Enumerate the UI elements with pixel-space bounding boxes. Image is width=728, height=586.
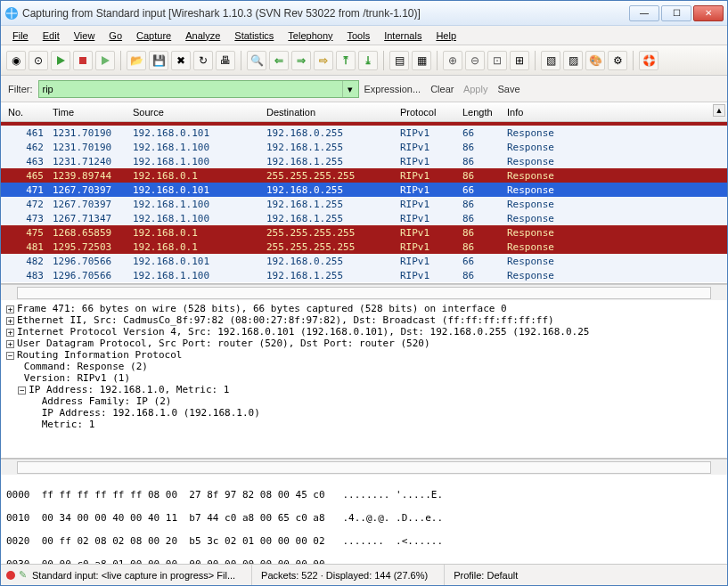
packet-row[interactable]: 4811295.72503192.168.0.1255.255.255.255R… bbox=[1, 240, 727, 254]
packet-row[interactable]: 4721267.70397192.168.1.100192.168.1.255R… bbox=[1, 197, 727, 211]
zoom-reset-button[interactable]: ⊡ bbox=[487, 51, 507, 70]
column-protocol[interactable]: Protocol bbox=[398, 107, 461, 118]
packet-bytes-pane[interactable]: 0000 ff ff ff ff ff ff 08 00 27 8f 97 82… bbox=[1, 475, 727, 567]
details-scrollbar[interactable] bbox=[1, 459, 727, 475]
menu-edit[interactable]: Edit bbox=[37, 28, 66, 44]
display-filters-button[interactable]: ▨ bbox=[563, 51, 583, 70]
menu-help[interactable]: Help bbox=[429, 28, 462, 44]
expand-icon[interactable]: + bbox=[6, 317, 14, 325]
capture-filters-button[interactable]: ▧ bbox=[541, 51, 560, 70]
column-info[interactable]: Info bbox=[505, 107, 722, 118]
menu-capture[interactable]: Capture bbox=[130, 28, 177, 44]
expand-icon[interactable]: + bbox=[6, 329, 14, 337]
hex-line[interactable]: 0020 00 ff 02 08 02 08 00 20 b5 3c 02 01… bbox=[6, 535, 722, 547]
scroll-up-icon[interactable]: ▲ bbox=[713, 104, 725, 117]
toolbar-separator bbox=[437, 51, 438, 70]
packet-list-scrollbar[interactable] bbox=[1, 284, 727, 300]
column-source[interactable]: Source bbox=[131, 107, 265, 118]
tree-metric[interactable]: Metric: 1 bbox=[6, 419, 94, 430]
status-packets: Packets: 522 · Displayed: 144 (27.6%) bbox=[261, 570, 428, 581]
go-back-button[interactable]: ⇐ bbox=[269, 51, 289, 70]
open-button[interactable]: 📂 bbox=[127, 51, 146, 70]
colorize-button[interactable]: ▤ bbox=[389, 51, 409, 70]
options-button[interactable]: ⊙ bbox=[29, 51, 48, 70]
tree-command[interactable]: Command: Response (2) bbox=[6, 361, 148, 372]
zoom-in-button[interactable]: ⊕ bbox=[443, 51, 462, 70]
go-last-button[interactable]: ⤓ bbox=[358, 51, 378, 70]
packet-row[interactable]: 4651239.89744192.168.0.1255.255.255.255R… bbox=[1, 168, 727, 183]
filter-expression-link[interactable]: Expression... bbox=[364, 84, 421, 94]
packet-row[interactable]: 4821296.70566192.168.0.101192.168.0.255R… bbox=[1, 254, 727, 268]
preferences-button[interactable]: ⚙ bbox=[608, 51, 627, 70]
expert-info-icon[interactable]: ✎ bbox=[19, 569, 27, 581]
tree-version[interactable]: Version: RIPv1 (1) bbox=[6, 372, 130, 384]
collapse-icon[interactable]: − bbox=[18, 387, 26, 395]
status-file: Standard input: <live capture in progres… bbox=[32, 570, 235, 581]
tree-ipaddr[interactable]: IP Address: 192.168.1.0, Metric: 1 bbox=[29, 384, 229, 395]
go-forward-button[interactable]: ⇒ bbox=[291, 51, 311, 70]
toolbar-separator bbox=[633, 51, 634, 70]
reload-button[interactable]: ↻ bbox=[193, 51, 213, 70]
filter-apply-link[interactable]: Apply bbox=[463, 84, 488, 94]
tree-udp[interactable]: User Datagram Protocol, Src Port: router… bbox=[17, 338, 430, 349]
tree-rip[interactable]: Routing Information Protocol bbox=[17, 349, 182, 361]
hex-line[interactable]: 0010 00 34 00 00 40 00 40 11 b7 44 c0 a8… bbox=[6, 512, 722, 524]
zoom-out-button[interactable]: ⊖ bbox=[465, 51, 485, 70]
menu-file[interactable]: File bbox=[6, 28, 35, 44]
stop-button[interactable] bbox=[73, 51, 93, 70]
packet-row[interactable]: 4611231.70190192.168.0.101192.168.0.255R… bbox=[1, 126, 727, 140]
expand-icon[interactable]: + bbox=[6, 305, 14, 313]
packet-row[interactable]: 4621231.70190192.168.1.100192.168.1.255R… bbox=[1, 140, 727, 154]
column-time[interactable]: Time bbox=[51, 107, 131, 118]
column-length[interactable]: Length bbox=[461, 107, 505, 118]
save-button[interactable]: 💾 bbox=[149, 51, 168, 70]
go-to-button[interactable]: ⇨ bbox=[314, 51, 333, 70]
tree-eth[interactable]: Ethernet II, Src: CadmusCo_8f:97:82 (08:… bbox=[17, 314, 554, 326]
status-profile[interactable]: Profile: Default bbox=[454, 570, 518, 581]
restart-button[interactable] bbox=[95, 51, 115, 70]
packet-row[interactable]: 4711267.70397192.168.0.101192.168.0.255R… bbox=[1, 183, 727, 197]
column-no[interactable]: No. bbox=[6, 107, 51, 118]
packet-row[interactable]: 4831296.70566192.168.1.100192.168.1.255R… bbox=[1, 268, 727, 282]
autoscroll-button[interactable]: ▦ bbox=[412, 51, 431, 70]
packet-list-header[interactable]: No. Time Source Destination Protocol Len… bbox=[1, 102, 727, 122]
go-first-button[interactable]: ⤒ bbox=[336, 51, 356, 70]
help-button[interactable]: 🛟 bbox=[639, 51, 658, 70]
maximize-button[interactable]: ☐ bbox=[661, 5, 691, 21]
find-button[interactable]: 🔍 bbox=[247, 51, 266, 70]
packet-row[interactable]: 4631231.71240192.168.1.100192.168.1.255R… bbox=[1, 154, 727, 168]
print-button[interactable]: 🖶 bbox=[216, 51, 235, 70]
menu-tools[interactable]: Tools bbox=[341, 28, 377, 44]
tree-af[interactable]: Address Family: IP (2) bbox=[6, 395, 171, 407]
packet-details-pane[interactable]: +Frame 471: 66 bytes on wire (528 bits),… bbox=[1, 300, 727, 459]
packet-row[interactable]: 4751268.65859192.168.0.1255.255.255.255R… bbox=[1, 225, 727, 240]
filter-dropdown-icon[interactable]: ▾ bbox=[342, 81, 358, 97]
tree-frame[interactable]: Frame 471: 66 bytes on wire (528 bits), … bbox=[17, 303, 507, 314]
column-destination[interactable]: Destination bbox=[265, 107, 398, 118]
packet-list-pane[interactable]: 4611231.70190192.168.0.101192.168.0.255R… bbox=[1, 122, 727, 284]
tree-ip2[interactable]: IP Address: 192.168.1.0 (192.168.1.0) bbox=[6, 407, 260, 419]
menu-statistics[interactable]: Statistics bbox=[228, 28, 280, 44]
filter-save-link[interactable]: Save bbox=[498, 84, 520, 94]
close-file-button[interactable]: ✖ bbox=[171, 51, 191, 70]
menu-go[interactable]: Go bbox=[102, 28, 128, 44]
close-button[interactable]: ✕ bbox=[693, 5, 724, 21]
filter-input[interactable] bbox=[39, 84, 342, 94]
resize-columns-button[interactable]: ⊞ bbox=[510, 51, 529, 70]
menu-view[interactable]: View bbox=[68, 28, 102, 44]
start-button[interactable] bbox=[51, 51, 70, 70]
window-titlebar: Capturing from Standard input [Wireshark… bbox=[1, 1, 727, 26]
expand-icon[interactable]: + bbox=[6, 340, 14, 348]
filter-clear-link[interactable]: Clear bbox=[430, 84, 454, 94]
minimize-button[interactable]: — bbox=[629, 5, 659, 21]
coloring-rules-button[interactable]: 🎨 bbox=[585, 51, 605, 70]
menu-internals[interactable]: Internals bbox=[378, 28, 428, 44]
tree-ip[interactable]: Internet Protocol Version 4, Src: 192.16… bbox=[17, 326, 589, 338]
menu-analyze[interactable]: Analyze bbox=[179, 28, 226, 44]
packet-row[interactable]: 4731267.71347192.168.1.100192.168.1.255R… bbox=[1, 211, 727, 225]
interfaces-button[interactable]: ◉ bbox=[6, 51, 26, 70]
collapse-icon[interactable]: − bbox=[6, 352, 14, 360]
filter-input-wrapper[interactable]: ▾ bbox=[38, 80, 359, 98]
hex-line[interactable]: 0000 ff ff ff ff ff ff 08 00 27 8f 97 82… bbox=[6, 489, 722, 501]
menu-telephony[interactable]: Telephony bbox=[282, 28, 339, 44]
